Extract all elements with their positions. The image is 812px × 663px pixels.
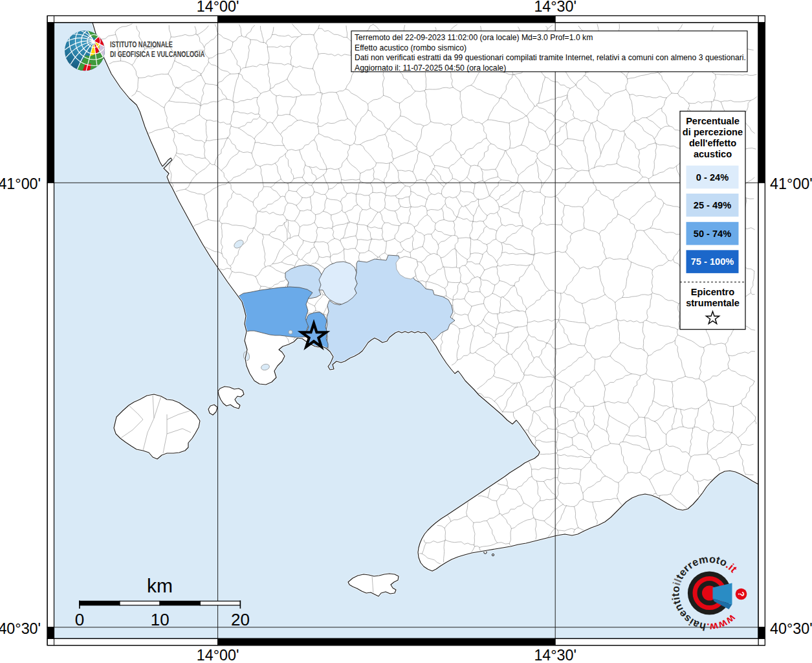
svg-text:14°00': 14°00' (197, 0, 239, 15)
svg-text:km: km (147, 575, 173, 596)
svg-text:di percezione: di percezione (683, 127, 743, 137)
svg-text:25 - 49%: 25 - 49% (694, 200, 731, 210)
svg-text:Terremoto del 22-09-2023 11:02: Terremoto del 22-09-2023 11:02:00 (ora l… (355, 33, 593, 42)
svg-text:40°30': 40°30' (770, 620, 812, 637)
svg-text:Epicentro: Epicentro (691, 287, 734, 297)
svg-text:Percentuale: Percentuale (686, 116, 740, 126)
svg-text:0 - 24%: 0 - 24% (696, 172, 729, 183)
svg-text:14°00': 14°00' (197, 647, 239, 663)
svg-text:10: 10 (151, 610, 170, 629)
svg-text:14°30': 14°30' (534, 0, 576, 15)
svg-text:DI GEOFISICA E VULCANOLOGIA: DI GEOFISICA E VULCANOLOGIA (110, 49, 204, 58)
svg-text:50 - 74%: 50 - 74% (694, 229, 731, 239)
svg-text:acustico: acustico (694, 149, 732, 159)
svg-text:ISTITUTO NAZIONALE: ISTITUTO NAZIONALE (110, 39, 173, 49)
svg-text:41°00': 41°00' (770, 175, 812, 192)
svg-text:Effetto acustico (rombo sismic: Effetto acustico (rombo sismico) (355, 43, 466, 52)
svg-text:75 - 100%: 75 - 100% (691, 256, 734, 267)
svg-text:14°30': 14°30' (534, 647, 576, 663)
svg-text:20: 20 (231, 610, 250, 629)
svg-text:41°00': 41°00' (0, 175, 41, 192)
svg-text:40°30': 40°30' (0, 620, 41, 637)
svg-text:?: ? (736, 591, 747, 597)
svg-text:Dati non verificati estratti d: Dati non verificati estratti da 99 quest… (355, 53, 746, 62)
svg-text:dell'effetto: dell'effetto (689, 138, 736, 148)
svg-text:strumentale: strumentale (686, 298, 740, 308)
svg-text:0: 0 (75, 610, 84, 629)
svg-text:Aggiornato il: 11-07-2025 04:5: Aggiornato il: 11-07-2025 04:50 (ora loc… (355, 63, 506, 73)
